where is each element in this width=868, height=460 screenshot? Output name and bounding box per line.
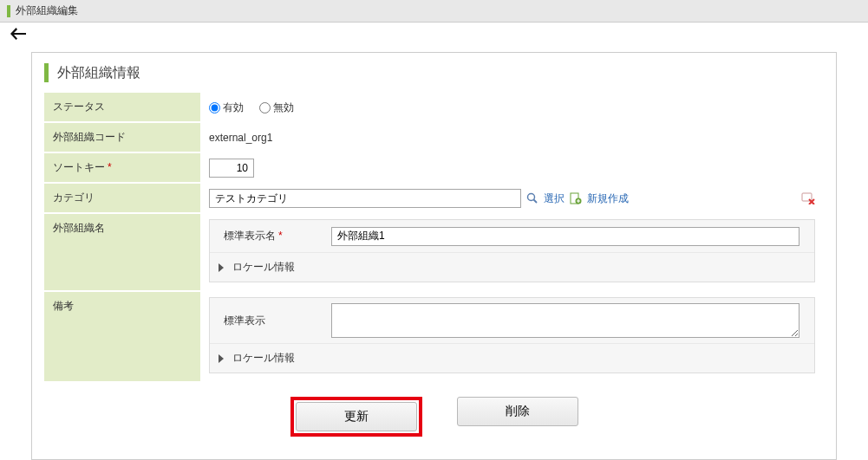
label-sortkey: ソートキー* bbox=[44, 153, 200, 183]
orgname-subpanel: 標準表示名* ロケール情報 bbox=[209, 219, 815, 282]
label-stdname: 標準表示名* bbox=[219, 225, 331, 247]
stdname-input[interactable] bbox=[331, 227, 799, 246]
value-status: 有効 無効 bbox=[200, 93, 824, 122]
create-link[interactable]: 新規作成 bbox=[587, 191, 629, 206]
required-mark: * bbox=[108, 161, 112, 173]
new-icon[interactable] bbox=[570, 192, 582, 204]
title-accent bbox=[7, 5, 10, 17]
section-title: 外部組織情報 bbox=[57, 64, 140, 82]
button-row: 更新 削除 bbox=[44, 383, 824, 444]
label-stdname-text: 標準表示名 bbox=[224, 230, 276, 242]
expand-icon-2 bbox=[219, 354, 224, 363]
form: ステータス 有効 無効 外部組織コード external_org1 ソートキー* bbox=[32, 87, 836, 459]
radio-disabled[interactable] bbox=[259, 102, 271, 113]
sortkey-input[interactable] bbox=[209, 159, 254, 178]
delete-icon[interactable] bbox=[801, 192, 815, 204]
orgcode-text: external_org1 bbox=[209, 132, 272, 144]
row-orgcode: 外部組織コード external_org1 bbox=[44, 123, 824, 153]
orgname-locale-toggle[interactable]: ロケール情報 bbox=[210, 252, 814, 282]
locale-label-2: ロケール情報 bbox=[232, 351, 295, 366]
row-sortkey: ソートキー* bbox=[44, 153, 824, 184]
radio-enabled-text: 有効 bbox=[223, 100, 244, 115]
label-orgname: 外部組織名 bbox=[44, 214, 200, 291]
label-stddisplay: 標準表示 bbox=[219, 310, 331, 332]
radio-enabled[interactable] bbox=[209, 102, 220, 113]
stdname-row: 標準表示名* bbox=[210, 220, 814, 252]
label-category: カテゴリ bbox=[44, 184, 200, 213]
value-remarks: 標準表示 ロケール情報 bbox=[200, 292, 824, 382]
expand-icon bbox=[219, 263, 224, 272]
required-mark-2: * bbox=[278, 230, 283, 242]
radio-disabled-text: 無効 bbox=[273, 100, 294, 115]
update-button[interactable]: 更新 bbox=[296, 402, 417, 431]
label-sortkey-text: ソートキー bbox=[53, 161, 105, 173]
back-arrow-icon[interactable] bbox=[10, 28, 858, 40]
stddisplay-row: 標準表示 bbox=[210, 298, 814, 343]
svg-point-0 bbox=[528, 194, 535, 201]
row-status: ステータス 有効 無効 bbox=[44, 93, 824, 123]
category-input[interactable] bbox=[209, 189, 521, 208]
radio-disabled-label[interactable]: 無効 bbox=[259, 100, 294, 115]
section-accent bbox=[44, 63, 49, 82]
title-bar: 外部組織編集 bbox=[0, 0, 868, 23]
svg-line-1 bbox=[534, 200, 538, 204]
search-icon[interactable] bbox=[526, 192, 538, 204]
value-sortkey bbox=[200, 153, 824, 183]
label-status: ステータス bbox=[44, 93, 200, 122]
back-bar bbox=[0, 23, 868, 45]
section-title-row: 外部組織情報 bbox=[32, 53, 836, 87]
locale-label: ロケール情報 bbox=[232, 260, 295, 275]
value-orgname: 標準表示名* ロケール情報 bbox=[200, 214, 824, 291]
remarks-textarea[interactable] bbox=[331, 303, 799, 338]
content-panel: 外部組織情報 ステータス 有効 無効 外部組織コード external_org1 bbox=[31, 52, 837, 460]
label-orgcode: 外部組織コード bbox=[44, 123, 200, 152]
remarks-locale-toggle[interactable]: ロケール情報 bbox=[210, 343, 814, 373]
row-category: カテゴリ 選択 新規作成 bbox=[44, 184, 824, 214]
radio-enabled-label[interactable]: 有効 bbox=[209, 100, 244, 115]
value-category: 選択 新規作成 bbox=[200, 184, 824, 213]
remarks-subpanel: 標準表示 ロケール情報 bbox=[209, 297, 815, 373]
delete-button[interactable]: 削除 bbox=[457, 397, 578, 426]
row-remarks: 備考 標準表示 ロケール情報 bbox=[44, 292, 824, 383]
value-orgcode: external_org1 bbox=[200, 123, 824, 152]
select-link[interactable]: 選択 bbox=[544, 191, 565, 206]
page-title: 外部組織編集 bbox=[16, 3, 78, 18]
row-orgname: 外部組織名 標準表示名* ロケール情報 bbox=[44, 214, 824, 292]
label-remarks: 備考 bbox=[44, 292, 200, 382]
update-highlight: 更新 bbox=[290, 397, 422, 437]
